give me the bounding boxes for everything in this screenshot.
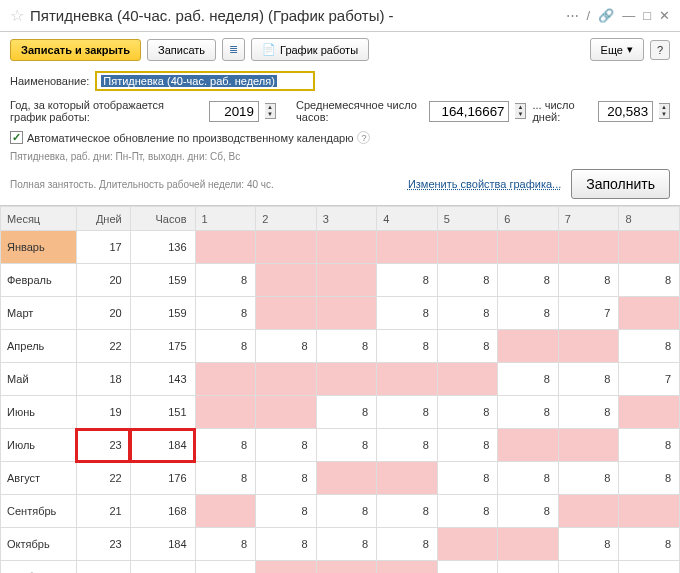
help-icon[interactable]: ?: [357, 131, 370, 144]
day-cell[interactable]: [195, 396, 256, 429]
day-cell[interactable]: 8: [377, 528, 438, 561]
days-cell[interactable]: 19: [76, 396, 130, 429]
col-d3[interactable]: 3: [316, 207, 377, 231]
hours-cell[interactable]: 175: [130, 330, 195, 363]
col-d8[interactable]: 8: [619, 207, 680, 231]
days-cell[interactable]: 23: [76, 528, 130, 561]
day-cell[interactable]: 8: [437, 462, 498, 495]
day-cell[interactable]: 8: [256, 528, 317, 561]
days-cell[interactable]: 22: [76, 462, 130, 495]
hours-cell[interactable]: 184: [130, 528, 195, 561]
day-cell[interactable]: [377, 231, 438, 264]
day-cell[interactable]: [377, 363, 438, 396]
month-cell[interactable]: Июнь: [1, 396, 77, 429]
avg-hours-input[interactable]: [429, 101, 509, 122]
day-cell[interactable]: [377, 462, 438, 495]
day-cell[interactable]: 8: [619, 528, 680, 561]
hours-cell[interactable]: 168: [130, 495, 195, 528]
table-row[interactable]: Апрель22175888888: [1, 330, 680, 363]
day-cell[interactable]: [619, 396, 680, 429]
day-cell[interactable]: 8: [316, 330, 377, 363]
table-row[interactable]: Ноябрь2016088888: [1, 561, 680, 574]
table-row[interactable]: Август22176888888: [1, 462, 680, 495]
day-cell[interactable]: 8: [558, 363, 619, 396]
month-cell[interactable]: Март: [1, 297, 77, 330]
day-cell[interactable]: 8: [437, 495, 498, 528]
day-cell[interactable]: 8: [498, 297, 559, 330]
month-cell[interactable]: Август: [1, 462, 77, 495]
table-row[interactable]: Июль23184888888: [1, 429, 680, 462]
day-cell[interactable]: 8: [437, 429, 498, 462]
day-cell[interactable]: 8: [558, 528, 619, 561]
col-d7[interactable]: 7: [558, 207, 619, 231]
day-cell[interactable]: 7: [558, 297, 619, 330]
col-month[interactable]: Месяц: [1, 207, 77, 231]
day-cell[interactable]: [256, 231, 317, 264]
day-cell[interactable]: 8: [316, 495, 377, 528]
day-cell[interactable]: 8: [498, 462, 559, 495]
days-count-spinner[interactable]: ▲▼: [659, 103, 670, 119]
save-button[interactable]: Записать: [147, 39, 216, 61]
day-cell[interactable]: [256, 264, 317, 297]
minimize-icon[interactable]: —: [622, 8, 635, 23]
days-count-input[interactable]: [598, 101, 653, 122]
day-cell[interactable]: 8: [619, 561, 680, 574]
days-cell[interactable]: 17: [76, 231, 130, 264]
hours-cell[interactable]: 159: [130, 264, 195, 297]
day-cell[interactable]: 8: [437, 561, 498, 574]
day-cell[interactable]: 8: [558, 462, 619, 495]
day-cell[interactable]: 8: [377, 495, 438, 528]
month-cell[interactable]: Сентябрь: [1, 495, 77, 528]
day-cell[interactable]: [256, 363, 317, 396]
link-icon[interactable]: 🔗: [598, 8, 614, 23]
day-cell[interactable]: 8: [195, 297, 256, 330]
day-cell[interactable]: [195, 495, 256, 528]
change-props-link[interactable]: Изменить свойства графика...: [408, 178, 561, 190]
day-cell[interactable]: [558, 429, 619, 462]
day-cell[interactable]: 8: [558, 561, 619, 574]
day-cell[interactable]: [195, 231, 256, 264]
day-cell[interactable]: [619, 297, 680, 330]
month-cell[interactable]: Октябрь: [1, 528, 77, 561]
auto-update-checkbox[interactable]: ✓: [10, 131, 23, 144]
day-cell[interactable]: 8: [256, 462, 317, 495]
day-cell[interactable]: [316, 264, 377, 297]
month-cell[interactable]: Январь: [1, 231, 77, 264]
day-cell[interactable]: [619, 495, 680, 528]
col-d2[interactable]: 2: [256, 207, 317, 231]
day-cell[interactable]: 8: [437, 264, 498, 297]
col-days[interactable]: Дней: [76, 207, 130, 231]
day-cell[interactable]: 8: [377, 396, 438, 429]
day-cell[interactable]: [316, 561, 377, 574]
day-cell[interactable]: [256, 297, 317, 330]
day-cell[interactable]: 8: [437, 396, 498, 429]
day-cell[interactable]: 8: [619, 264, 680, 297]
hours-cell[interactable]: 159: [130, 297, 195, 330]
day-cell[interactable]: [316, 462, 377, 495]
year-spinner[interactable]: ▲▼: [265, 103, 276, 119]
day-cell[interactable]: [498, 528, 559, 561]
days-cell[interactable]: 22: [76, 330, 130, 363]
day-cell[interactable]: 8: [498, 363, 559, 396]
day-cell[interactable]: 8: [195, 561, 256, 574]
col-d6[interactable]: 6: [498, 207, 559, 231]
day-cell[interactable]: 8: [256, 429, 317, 462]
close-icon[interactable]: ✕: [659, 8, 670, 23]
table-row[interactable]: Сентябрь2116888888: [1, 495, 680, 528]
day-cell[interactable]: [558, 330, 619, 363]
days-cell[interactable]: 18: [76, 363, 130, 396]
hours-cell[interactable]: 143: [130, 363, 195, 396]
day-cell[interactable]: 8: [195, 330, 256, 363]
day-cell[interactable]: 8: [498, 264, 559, 297]
year-input[interactable]: [209, 101, 259, 122]
day-cell[interactable]: 8: [619, 462, 680, 495]
day-cell[interactable]: 8: [498, 561, 559, 574]
day-cell[interactable]: 8: [195, 462, 256, 495]
col-hours[interactable]: Часов: [130, 207, 195, 231]
day-cell[interactable]: 8: [195, 429, 256, 462]
day-cell[interactable]: 8: [619, 330, 680, 363]
day-cell[interactable]: 8: [316, 429, 377, 462]
day-cell[interactable]: [437, 528, 498, 561]
hours-cell[interactable]: 184: [130, 429, 195, 462]
name-input[interactable]: Пятидневка (40-час. раб. неделя): [95, 71, 315, 91]
